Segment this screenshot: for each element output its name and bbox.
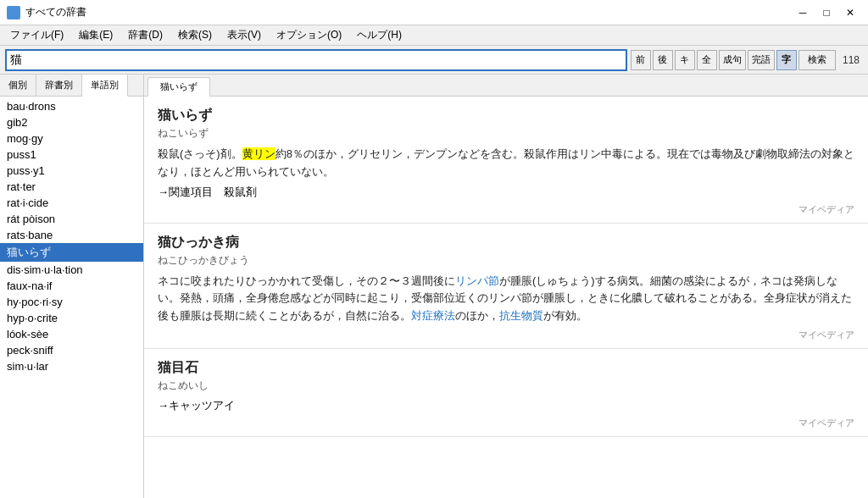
entry-related-3: →キャッツアイ — [158, 398, 854, 413]
entry-related-1: →関連項目 殺鼠剤 — [158, 185, 854, 200]
list-item[interactable]: puss1 — [0, 147, 143, 163]
list-item[interactable]: bau·drons — [0, 98, 143, 114]
search-count: 118 — [839, 54, 863, 66]
related-link[interactable]: 殺鼠剤 — [224, 185, 257, 198]
list-item[interactable]: hyp·o·crite — [0, 310, 143, 326]
title-bar-controls: ─ □ ✕ — [792, 3, 861, 22]
body-link-3[interactable]: 抗生物質 — [499, 309, 543, 322]
entry-nekohikkaki: 猫ひっかき病 ねこひっかきびょう ネコに咬まれたりひっかかれて受傷し，その２〜３… — [144, 224, 868, 349]
entry-text: ネコに咬まれたりひっかかれて受傷し，その２〜３週間後に — [158, 274, 455, 287]
list-item[interactable]: puss·y1 — [0, 163, 143, 179]
menu-options[interactable]: オプション(O) — [270, 26, 348, 44]
list-item[interactable]: mog·gy — [0, 130, 143, 147]
related-label: →関連項目 — [158, 185, 213, 198]
entry-body-2: ネコに咬まれたりひっかかれて受傷し，その２〜３週間後にリンパ節が腫脹(しゅちょう… — [158, 273, 854, 325]
entry-title-3: 猫目石 — [158, 359, 854, 377]
list-item[interactable]: gib2 — [0, 114, 143, 130]
entry-text: 殺鼠(さっそ)剤。 — [158, 147, 242, 160]
next-button[interactable]: 後 — [653, 50, 673, 70]
list-item[interactable]: sim·u·lar — [0, 358, 143, 374]
menu-edit[interactable]: 編集(E) — [72, 26, 120, 44]
highlight-yellow: 黄リン — [242, 147, 275, 160]
tab-individual[interactable]: 個別 — [0, 75, 36, 96]
entry-reading-2: ねこひっかきびょう — [158, 253, 854, 268]
menu-view[interactable]: 表示(V) — [220, 26, 268, 44]
entry-nekiirazu: 猫いらず ねこいらず 殺鼠(さっそ)剤。黄リン約8％のほか，グリセリン，デンプン… — [144, 97, 868, 224]
search-execute-button[interactable]: 検索 — [798, 50, 836, 70]
entry-footer-2: マイペディア — [158, 329, 854, 341]
list-item[interactable]: lóok-sèe — [0, 326, 143, 342]
app-icon — [7, 6, 20, 19]
title-bar: すべての辞書 ─ □ ✕ — [0, 0, 868, 25]
tab-dictionary[interactable]: 辞書別 — [36, 75, 82, 96]
search-bar: 前 後 キ 全 成句 完語 字 検索 118 — [0, 46, 868, 75]
phrase-button[interactable]: 成句 — [719, 50, 746, 70]
entry-footer-1: マイペディア — [158, 203, 854, 216]
list-item[interactable]: faux-na·if — [0, 278, 143, 294]
ki-button[interactable]: キ — [675, 50, 695, 70]
title-bar-title: すべての辞書 — [25, 5, 86, 19]
list-item[interactable]: rat·i·cide — [0, 195, 143, 211]
list-item[interactable]: peck·sniff — [0, 342, 143, 358]
main-area: 個別 辞書別 単語別 bau·drons gib2 mog·gy puss1 p… — [0, 75, 868, 498]
entry-footer-3: マイペディア — [158, 417, 854, 429]
right-panel: 猫いらず 猫いらず ねこいらず 殺鼠(さっそ)剤。黄リン約8％のほか，グリセリン… — [144, 75, 868, 498]
complete-button[interactable]: 完語 — [748, 50, 775, 70]
minimize-button[interactable]: ─ — [792, 3, 814, 22]
result-tab-nekiirazu[interactable]: 猫いらず — [147, 77, 210, 97]
result-tab-bar: 猫いらず — [144, 75, 868, 97]
left-tab-bar: 個別 辞書別 単語別 — [0, 75, 143, 97]
entry-text: が有効。 — [543, 309, 587, 322]
entry-nekomeishi: 猫目石 ねこめいし →キャッツアイ マイペディア — [144, 349, 868, 437]
body-link-2[interactable]: 対症療法 — [411, 309, 455, 322]
list-item[interactable]: rát pòison — [0, 211, 143, 227]
menu-dictionary[interactable]: 辞書(D) — [121, 26, 170, 44]
prev-button[interactable]: 前 — [631, 50, 651, 70]
word-list[interactable]: bau·drons gib2 mog·gy puss1 puss·y1 rat·… — [0, 97, 143, 498]
entry-reading-3: ねこめいし — [158, 379, 854, 393]
search-button-group: 前 後 キ 全 成句 完語 字 検索 — [631, 50, 836, 70]
menu-bar: ファイル(F) 編集(E) 辞書(D) 検索(S) 表示(V) オプション(O)… — [0, 25, 868, 46]
list-item[interactable]: rat·ter — [0, 179, 143, 195]
entries-area: 猫いらず ねこいらず 殺鼠(さっそ)剤。黄リン約8％のほか，グリセリン，デンプン… — [144, 97, 868, 498]
tab-wordlist[interactable]: 単語別 — [82, 75, 128, 97]
body-link-1[interactable]: リンパ節 — [455, 274, 499, 287]
list-item-selected[interactable]: 猫いらず — [0, 243, 143, 262]
entry-title-1: 猫いらず — [158, 107, 854, 125]
menu-search[interactable]: 検索(S) — [171, 26, 219, 44]
list-item[interactable]: dis·sim·u·la·tion — [0, 262, 143, 278]
all-button[interactable]: 全 — [697, 50, 717, 70]
menu-file[interactable]: ファイル(F) — [3, 26, 70, 44]
maximize-button[interactable]: □ — [815, 3, 837, 22]
menu-help[interactable]: ヘルプ(H) — [350, 26, 409, 44]
list-item[interactable]: hy·poc·ri·sy — [0, 294, 143, 310]
list-item[interactable]: rats·bane — [0, 227, 143, 243]
entry-text: のほか， — [455, 309, 499, 322]
related-label-3: → — [158, 399, 169, 412]
related-link-3[interactable]: キャッツアイ — [169, 399, 235, 412]
entry-title-2: 猫ひっかき病 — [158, 234, 854, 252]
entry-reading-1: ねこいらず — [158, 126, 854, 141]
close-button[interactable]: ✕ — [839, 3, 861, 22]
title-bar-left: すべての辞書 — [7, 5, 86, 19]
left-panel: 個別 辞書別 単語別 bau·drons gib2 mog·gy puss1 p… — [0, 75, 144, 498]
search-input[interactable] — [5, 49, 627, 71]
entry-body-1: 殺鼠(さっそ)剤。黄リン約8％のほか，グリセリン，デンプンなどを含む。殺鼠作用は… — [158, 146, 854, 181]
char-button[interactable]: 字 — [776, 50, 797, 70]
